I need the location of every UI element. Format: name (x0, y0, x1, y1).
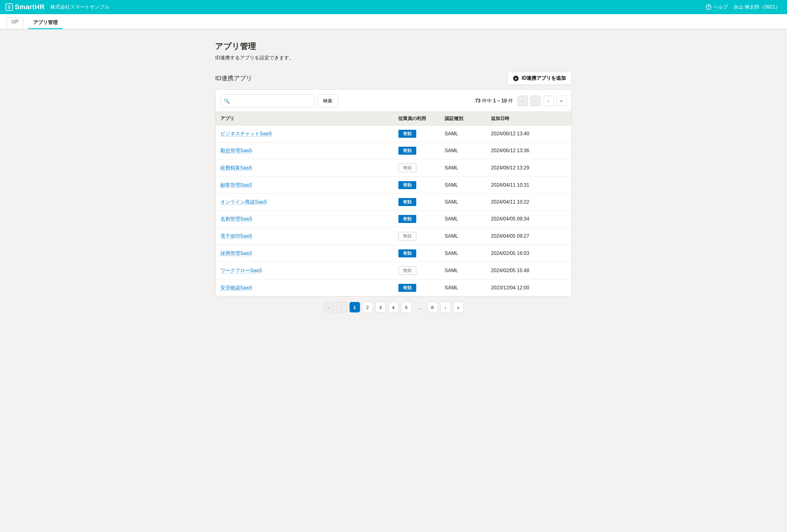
page-description: ID連携するアプリを設定できます。 (215, 55, 572, 61)
table-row: 安否確認SaaS有効SAML2023/12/04 12:00 (215, 279, 572, 296)
apps-table: アプリ 従業員の利用 認証種別 追加日時 ビジネスチャットSaaS有効SAML2… (215, 112, 572, 296)
search-wrap: 🔍 (220, 94, 314, 107)
page-content: アプリ管理 ID連携するアプリを設定できます。 ID連携アプリ ＋ ID連携アプ… (209, 29, 578, 326)
search-button[interactable]: 検索 (317, 94, 338, 107)
auth-type: SAML (440, 262, 486, 279)
auth-type: SAML (440, 228, 486, 245)
status-badge-enabled: 有効 (399, 147, 416, 155)
table-row: 顧客管理SaaS有効SAML2024/04/11 10:31 (215, 177, 572, 194)
pager-first-button: « (517, 95, 528, 106)
pager-bottom-prev: ‹ (337, 302, 347, 313)
th-date: 追加日時 (486, 112, 572, 126)
user-label[interactable]: 永山 侑太郎（0921） (733, 4, 780, 10)
added-date: 2024/06/12 13:40 (486, 126, 572, 142)
pager-last-button[interactable]: » (556, 95, 567, 106)
table-row: 電子捺印SaaS無効SAML2024/04/05 09:27 (215, 228, 572, 245)
status-badge-enabled: 有効 (399, 198, 416, 206)
pager-next-button[interactable]: › (543, 95, 554, 106)
status-badge-disabled: 無効 (399, 164, 416, 172)
pager-page-8[interactable]: 8 (427, 302, 438, 313)
status-badge-enabled: 有効 (399, 215, 416, 223)
pager-prev-button: ‹ (530, 95, 541, 106)
auth-type: SAML (440, 194, 486, 211)
tab-idp[interactable]: IdP (7, 17, 23, 29)
added-date: 2024/04/11 10:31 (486, 177, 572, 194)
pager-bottom-last[interactable]: » (453, 302, 464, 313)
pager-top: 73 件中 1 – 10 件 « ‹ › » (475, 95, 567, 106)
search-row: 🔍 検索 (220, 94, 338, 107)
tab-app-management[interactable]: アプリ管理 (28, 17, 63, 29)
added-date: 2024/04/05 09:27 (486, 228, 572, 245)
pager-top-buttons: « ‹ › » (517, 95, 567, 106)
topbar-left: S SmartHR 株式会社スマートサンプル (5, 3, 109, 11)
company-name: 株式会社スマートサンプル (50, 4, 109, 10)
auth-type: SAML (440, 279, 486, 296)
table-row: 勤怠管理SaaS有効SAML2024/06/12 13:36 (215, 142, 572, 159)
plus-circle-icon: ＋ (513, 76, 518, 81)
app-link[interactable]: 勤怠管理SaaS (220, 148, 252, 153)
add-app-button[interactable]: ＋ ID連携アプリを追加 (507, 72, 572, 85)
auth-type: SAML (440, 177, 486, 194)
th-app: アプリ (215, 112, 394, 126)
pager-bottom-next[interactable]: › (440, 302, 451, 313)
app-link[interactable]: 電子捺印SaaS (220, 233, 252, 239)
status-badge-enabled: 有効 (399, 181, 416, 189)
table-row: オンライン商談SaaS有効SAML2024/04/11 10:22 (215, 194, 572, 211)
auth-type: SAML (440, 211, 486, 228)
pager-page-1: 1 (349, 302, 360, 313)
th-usage: 従業員の利用 (394, 112, 440, 126)
auth-type: SAML (440, 245, 486, 262)
added-date: 2024/02/05 16:03 (486, 245, 572, 262)
panel-toolbar: 🔍 検索 73 件中 1 – 10 件 « ‹ › » (215, 89, 572, 112)
help-label: ヘルプ (713, 4, 728, 10)
added-date: 2024/04/11 10:22 (486, 194, 572, 211)
app-link[interactable]: オンライン商談SaaS (220, 199, 267, 205)
pager-page-3[interactable]: 3 (375, 302, 386, 313)
help-icon: ? (706, 4, 711, 10)
add-app-label: ID連携アプリを追加 (522, 75, 566, 82)
page-info: 73 件中 1 – 10 件 (475, 98, 513, 104)
status-badge-enabled: 有効 (399, 130, 416, 138)
section-title: ID連携アプリ (215, 74, 252, 82)
added-date: 2024/06/12 13:29 (486, 159, 572, 177)
brand-logo[interactable]: S SmartHR (5, 3, 45, 11)
search-input[interactable] (220, 94, 314, 107)
logo-mark-icon: S (5, 3, 13, 11)
auth-type: SAML (440, 126, 486, 142)
table-row: 採用管理SaaS有効SAML2024/02/05 16:03 (215, 245, 572, 262)
status-badge-disabled: 無効 (399, 232, 416, 240)
app-link[interactable]: 顧客管理SaaS (220, 182, 252, 188)
pager-page-2[interactable]: 2 (362, 302, 373, 313)
app-link[interactable]: 安否確認SaaS (220, 285, 252, 291)
table-row: ワークフローSaaS無効SAML2024/02/05 15:48 (215, 262, 572, 279)
added-date: 2024/04/05 09:34 (486, 211, 572, 228)
topbar-right: ? ヘルプ 永山 侑太郎（0921） (706, 4, 780, 10)
pager-page-4[interactable]: 4 (388, 302, 399, 313)
auth-type: SAML (440, 142, 486, 159)
tabs: IdP アプリ管理 (0, 14, 787, 29)
page-total: 73 (475, 98, 481, 103)
apps-panel: 🔍 検索 73 件中 1 – 10 件 « ‹ › » (215, 89, 572, 296)
topbar: S SmartHR 株式会社スマートサンプル ? ヘルプ 永山 侑太郎（0921… (0, 0, 787, 14)
app-link[interactable]: 名刺管理SaaS (220, 216, 252, 222)
added-date: 2024/06/12 13:36 (486, 142, 572, 159)
app-link[interactable]: 採用管理SaaS (220, 251, 252, 256)
pager-bottom-first: « (324, 302, 334, 313)
page-range: 1 – 10 (493, 98, 507, 103)
page-title: アプリ管理 (215, 41, 572, 52)
app-link[interactable]: ワークフローSaaS (220, 268, 262, 273)
app-link[interactable]: 経費精算SaaS (220, 165, 252, 171)
added-date: 2024/02/05 15:48 (486, 262, 572, 279)
pager-ellipsis: … (414, 302, 425, 313)
table-row: 名刺管理SaaS有効SAML2024/04/05 09:34 (215, 211, 572, 228)
brand-text: SmartHR (15, 3, 45, 11)
pager-bottom: «‹12345…8›» (215, 296, 572, 314)
pager-page-5[interactable]: 5 (401, 302, 412, 313)
status-badge-enabled: 有効 (399, 284, 416, 292)
section-header: ID連携アプリ ＋ ID連携アプリを追加 (215, 72, 572, 85)
status-badge-enabled: 有効 (399, 249, 416, 257)
search-icon: 🔍 (224, 98, 230, 104)
help-link[interactable]: ? ヘルプ (706, 4, 728, 10)
added-date: 2023/12/04 12:00 (486, 279, 572, 296)
app-link[interactable]: ビジネスチャットSaaS (220, 131, 272, 136)
